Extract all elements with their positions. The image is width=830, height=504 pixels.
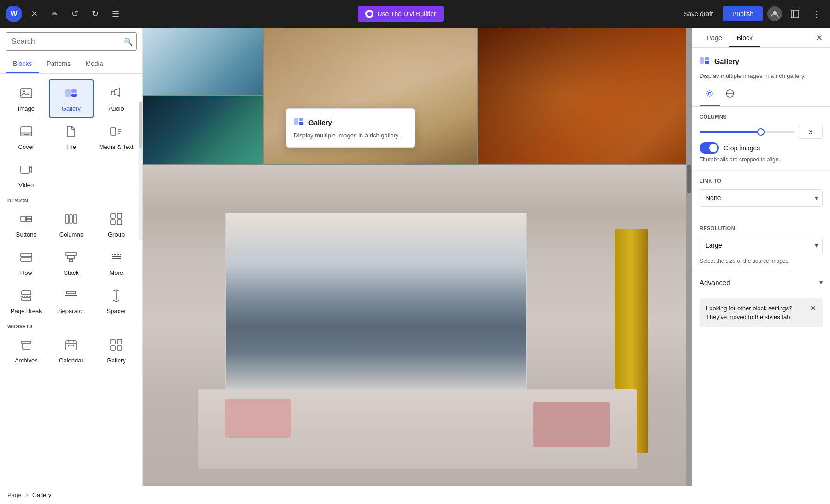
block-label-calendar: Calendar: [59, 357, 83, 364]
svg-rect-40: [299, 122, 303, 125]
block-item-cover[interactable]: Cover: [4, 118, 49, 156]
svg-point-32: [71, 345, 72, 347]
resolution-section: RESOLUTION Thumbnail Medium Large Full S…: [692, 218, 830, 272]
block-item-page-break[interactable]: Page Break: [4, 282, 49, 320]
columns-slider-track[interactable]: [700, 131, 794, 133]
calendar-icon: [65, 338, 77, 354]
columns-value-input[interactable]: 3: [799, 125, 823, 139]
panel-tab-block[interactable]: Block: [729, 28, 760, 47]
close-button[interactable]: ✕: [26, 6, 42, 22]
breadcrumb-gallery: Gallery: [32, 492, 51, 498]
block-item-video[interactable]: Video: [4, 156, 49, 194]
panel-close-button[interactable]: ✕: [814, 31, 824, 45]
gallery-tooltip: Gallery Display multiple images in a ric…: [286, 108, 415, 148]
design-row-1: Buttons Columns Group: [4, 205, 139, 243]
audio-icon: [110, 87, 123, 102]
block-label-media-text: Media & Text: [99, 143, 134, 150]
svg-rect-42: [705, 57, 709, 60]
svg-rect-22: [21, 253, 32, 257]
block-item-gallery[interactable]: Gallery: [49, 79, 94, 118]
search-icon-button[interactable]: 🔍: [124, 37, 133, 46]
link-to-section: LINK TO None Media File Attachment Page …: [692, 170, 830, 218]
view-toggle-button[interactable]: [787, 6, 803, 22]
tab-media[interactable]: Media: [78, 55, 110, 73]
more-options-button[interactable]: ⋮: [808, 6, 824, 22]
block-item-buttons[interactable]: Buttons: [4, 205, 49, 243]
blocks-grid: Image Gallery Audio: [0, 74, 142, 486]
block-label-audio: Audio: [109, 105, 124, 112]
undo-button[interactable]: ↺: [66, 6, 83, 22]
content-scrollbar[interactable]: [686, 28, 692, 486]
gallery-icon: [65, 87, 77, 102]
resolution-label: RESOLUTION: [700, 225, 823, 231]
divi-builder-button[interactable]: Use The Divi Builder: [358, 6, 443, 22]
toolbar: W ✕ ✏ ↺ ↻ ☰ Use The Divi Builder Save dr…: [0, 0, 830, 28]
svg-rect-34: [111, 339, 115, 344]
notification-close-button[interactable]: ✕: [810, 304, 816, 313]
block-item-calendar[interactable]: Calendar: [49, 331, 94, 369]
panel-settings-tab[interactable]: [700, 84, 720, 106]
design-row-2: Row Stack More: [4, 243, 139, 282]
panel-body: Gallery Display multiple images in a ric…: [692, 48, 830, 486]
svg-rect-7: [71, 94, 77, 97]
list-view-button[interactable]: ☰: [107, 6, 124, 22]
breadcrumb-page[interactable]: Page: [7, 492, 21, 498]
crop-images-label: Crop images: [723, 144, 760, 152]
block-item-row[interactable]: Row: [4, 243, 49, 282]
block-label-page-break: Page Break: [11, 308, 42, 314]
block-item-spacer[interactable]: Spacer: [94, 282, 139, 320]
thumbnail-stack: [143, 28, 263, 164]
tab-blocks[interactable]: Blocks: [6, 55, 39, 73]
block-label-video: Video: [18, 182, 34, 189]
video-icon: [20, 163, 33, 179]
advanced-row[interactable]: Advanced ▾: [692, 272, 830, 293]
media-text-icon: [110, 125, 123, 141]
panel-tab-page[interactable]: Page: [700, 28, 729, 47]
svg-rect-26: [69, 259, 73, 262]
sidebar-scroll-track[interactable]: [139, 101, 142, 240]
block-item-group[interactable]: Group: [94, 205, 139, 243]
gallery-widget-icon: [110, 338, 123, 354]
svg-rect-10: [111, 128, 116, 135]
page-break-icon: [20, 289, 33, 305]
design-section-label: DESIGN: [4, 194, 139, 205]
block-item-more[interactable]: More: [94, 243, 139, 282]
save-draft-button[interactable]: Save draft: [678, 6, 718, 21]
columns-slider-thumb: [757, 128, 765, 136]
advanced-label: Advanced: [700, 279, 730, 286]
block-label-gallery-widget: Gallery: [107, 357, 126, 364]
block-item-separator[interactable]: Separator: [49, 282, 94, 320]
wp-logo-button[interactable]: W: [6, 6, 22, 22]
svg-rect-16: [70, 215, 72, 223]
block-item-gallery-widget[interactable]: Gallery: [94, 331, 139, 369]
svg-rect-6: [71, 89, 77, 93]
svg-rect-14: [26, 219, 32, 222]
block-item-media-text[interactable]: Media & Text: [94, 118, 139, 156]
block-item-archives[interactable]: Archives: [4, 331, 49, 369]
blocks-row-video: Video: [4, 156, 139, 194]
link-to-select[interactable]: None Media File Attachment Page: [700, 189, 823, 207]
main-layout: 🔍 Blocks Patterns Media Image: [0, 28, 830, 486]
tab-patterns[interactable]: Patterns: [39, 55, 78, 73]
img-glacier: [143, 28, 263, 95]
buttons-icon: [20, 213, 33, 228]
toolbar-left: W ✕ ✏ ↺ ↻ ☰: [6, 6, 124, 22]
separator-icon: [65, 289, 77, 305]
crop-images-toggle[interactable]: [700, 142, 719, 154]
block-item-columns[interactable]: Columns: [49, 205, 94, 243]
user-avatar-button[interactable]: [767, 6, 782, 21]
block-item-audio[interactable]: Audio: [94, 79, 139, 118]
block-item-image[interactable]: Image: [4, 79, 49, 118]
redo-button[interactable]: ↻: [87, 6, 103, 22]
file-icon: [65, 125, 77, 141]
resolution-select[interactable]: Thumbnail Medium Large Full Size: [700, 237, 823, 254]
search-input[interactable]: [6, 33, 136, 50]
block-item-file[interactable]: File: [49, 118, 94, 156]
edit-button[interactable]: ✏: [46, 6, 63, 22]
publish-button[interactable]: Publish: [723, 6, 763, 21]
block-label-columns: Columns: [59, 231, 83, 238]
panel-styles-tab[interactable]: [720, 84, 740, 106]
tooltip-title: Gallery: [308, 119, 332, 126]
right-panel: Page Block ✕ Gallery Display multiple im…: [692, 28, 830, 486]
block-item-stack[interactable]: Stack: [49, 243, 94, 282]
